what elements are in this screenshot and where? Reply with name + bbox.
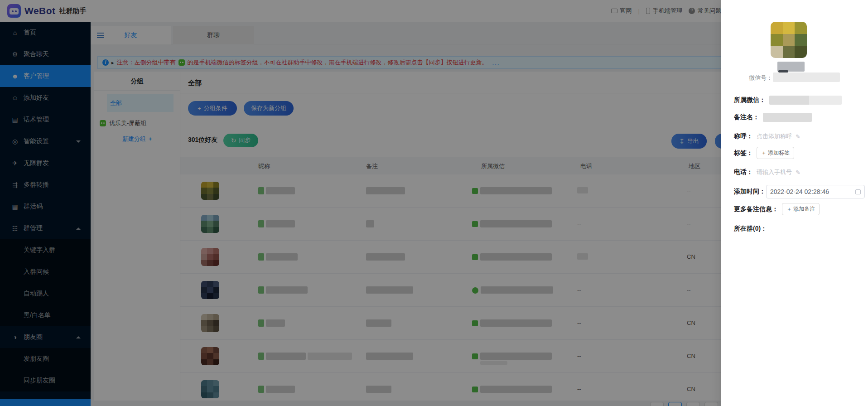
added-time-input[interactable]: 2022-02-24 02:28:46	[766, 185, 865, 198]
edit-icon[interactable]: ✎	[796, 133, 800, 140]
edit-icon[interactable]: ✎	[796, 169, 800, 176]
friend-avatar	[771, 22, 807, 58]
groups-row: 所在群(0)：	[734, 225, 862, 233]
own-wechat-redacted	[769, 96, 842, 105]
tag-row: 标签： ＋ 添加标签	[734, 147, 862, 159]
add-tag-button[interactable]: ＋ 添加标签	[757, 147, 794, 159]
avatar-pixel	[771, 46, 783, 58]
wechat-id-redacted	[773, 72, 840, 82]
avatar-pixel	[771, 22, 783, 34]
in-groups-label: 所在群(0)：	[734, 225, 767, 233]
added-time-label: 添加时间：	[734, 188, 766, 196]
salutation-placeholder[interactable]: 点击添加称呼	[757, 132, 792, 140]
phone-label: 电话：	[734, 168, 753, 176]
avatar-pixel	[771, 34, 783, 46]
phone-row: 电话： 请输入手机号 ✎	[734, 168, 862, 176]
friend-detail-drawer: 微信号： 所属微信： 备注名： 称呼： 点击添加称呼 ✎ 标签： ＋ 添加标签 …	[721, 0, 868, 406]
calendar-icon[interactable]	[855, 189, 861, 194]
remark-name-redacted	[763, 113, 812, 122]
own-wechat-row: 所属微信：	[734, 96, 862, 105]
more-remark-row: 更多备注信息： ＋ 添加备注	[734, 203, 862, 215]
add-remark-button[interactable]: ＋ 添加备注	[782, 203, 820, 215]
avatar-pixel	[795, 22, 807, 34]
more-remark-label: 更多备注信息：	[734, 205, 778, 213]
avatar-pixel	[783, 34, 795, 46]
friend-name-redacted	[777, 62, 805, 72]
tag-label: 标签：	[734, 149, 753, 157]
avatar-pixel	[783, 22, 795, 34]
salutation-row: 称呼： 点击添加称呼 ✎	[734, 132, 862, 140]
own-wechat-label: 所属微信：	[734, 96, 766, 104]
wechat-id-label: 微信号：	[749, 74, 772, 82]
avatar-pixel	[795, 34, 807, 46]
avatar-pixel	[795, 46, 807, 58]
phone-placeholder[interactable]: 请输入手机号	[757, 168, 792, 176]
remark-name-row: 备注名：	[734, 113, 862, 122]
app-root: WeBot 社群助手 官网|手机端管理?常见问题 ⌂首页⚙聚合聊天☻客户管理☺添…	[0, 0, 868, 406]
remark-name-label: 备注名：	[734, 113, 759, 121]
salutation-label: 称呼：	[734, 132, 753, 140]
added-time-value: 2022-02-24 02:28:46	[770, 188, 855, 195]
avatar-pixel	[783, 46, 795, 58]
